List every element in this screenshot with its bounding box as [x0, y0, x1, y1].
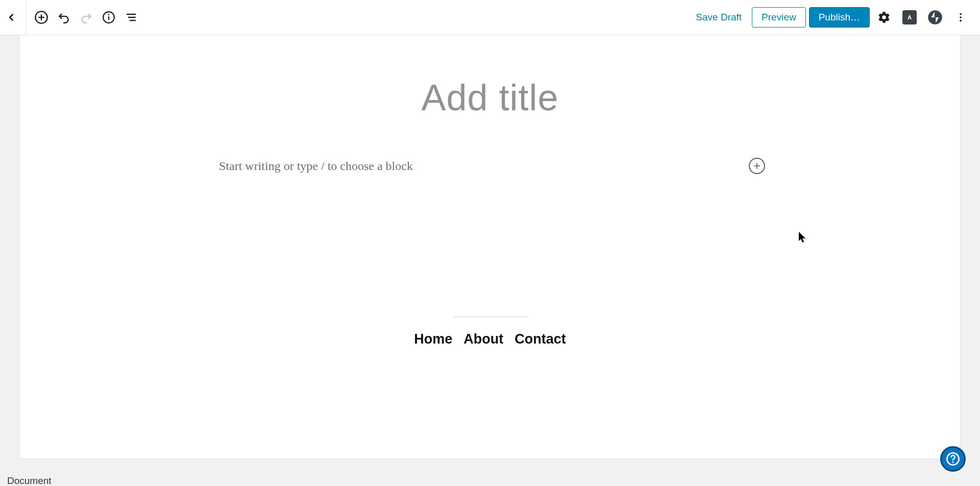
editor-sheet: Home About Contact [19, 35, 961, 459]
post-title-input[interactable] [20, 76, 960, 119]
toolbar-divider [26, 0, 26, 35]
post-body-input[interactable] [218, 159, 731, 174]
plus-icon [753, 162, 761, 170]
info-icon [102, 11, 115, 24]
help-icon [946, 452, 960, 466]
kebab-icon [955, 12, 966, 23]
gear-icon [877, 11, 891, 24]
footer-nav-contact[interactable]: Contact [514, 331, 566, 347]
toolbar-left-group [0, 0, 142, 35]
svg-point-12 [960, 13, 962, 15]
list-icon [125, 11, 137, 23]
svg-text:A: A [908, 14, 912, 20]
editor-stage: Home About Contact [0, 35, 980, 469]
jetpack-button[interactable] [924, 6, 946, 29]
back-button[interactable] [0, 6, 22, 29]
footer-nav-home[interactable]: Home [414, 331, 452, 347]
add-block-button[interactable] [30, 6, 53, 29]
amp-button[interactable]: A [898, 6, 921, 29]
footer-nav: Home About Contact [20, 331, 960, 347]
help-fab[interactable] [940, 446, 966, 472]
content-info-button[interactable] [97, 6, 120, 29]
settings-button[interactable] [873, 6, 895, 29]
editor-toolbar: Save Draft Preview Publish… A [0, 0, 980, 35]
svg-point-14 [960, 20, 962, 22]
svg-point-13 [960, 16, 962, 18]
footer-separator [453, 317, 527, 317]
preview-button[interactable]: Preview [752, 7, 806, 28]
more-options-button[interactable] [949, 6, 972, 29]
undo-button[interactable] [53, 6, 75, 29]
breadcrumb[interactable]: Document [0, 469, 980, 486]
svg-point-11 [928, 10, 942, 25]
redo-icon [80, 11, 93, 24]
redo-button [75, 6, 97, 29]
block-area [212, 159, 768, 174]
save-draft-button[interactable]: Save Draft [689, 8, 749, 27]
inline-add-block-button[interactable] [749, 158, 765, 174]
bolt-circle-icon [927, 10, 943, 25]
publish-button[interactable]: Publish… [809, 7, 870, 28]
amp-icon: A [902, 10, 917, 25]
footer-nav-about[interactable]: About [463, 331, 503, 347]
undo-icon [57, 11, 70, 24]
plus-circle-icon [34, 10, 48, 25]
chevron-left-icon [6, 12, 17, 23]
toolbar-right-group: Save Draft Preview Publish… A [689, 6, 974, 29]
svg-point-18 [952, 461, 954, 463]
block-navigation-button[interactable] [120, 6, 142, 29]
svg-point-5 [108, 14, 110, 15]
